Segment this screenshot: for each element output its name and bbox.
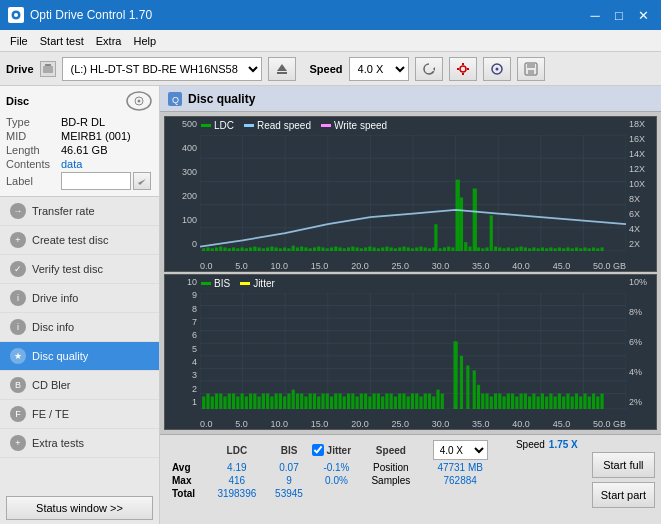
svg-rect-191 — [355, 396, 358, 409]
drive-bar: Drive (L:) HL-DT-ST BD-RE WH16NS58 TST4 … — [0, 52, 661, 86]
svg-rect-245 — [600, 394, 603, 409]
minimize-button[interactable]: ─ — [585, 8, 605, 23]
disc-quality-title: Disc quality — [188, 92, 255, 106]
x-label-0: 0.0 — [200, 261, 213, 271]
svg-rect-10 — [457, 68, 459, 70]
yr-4x: 4X — [626, 224, 656, 234]
legend-read-speed-color — [244, 124, 254, 127]
y2-label-9: 9 — [165, 290, 200, 300]
stats-total-blank1 — [361, 487, 420, 500]
nav-transfer-rate[interactable]: → Transfer rate — [0, 197, 159, 226]
legend-write-speed-label: Write speed — [334, 120, 387, 131]
svg-rect-9 — [462, 73, 464, 75]
y2-label-3: 3 — [165, 370, 200, 380]
legend-write-speed: Write speed — [321, 120, 387, 131]
nav-cd-bler[interactable]: B CD Bler — [0, 371, 159, 400]
menu-extra[interactable]: Extra — [90, 34, 128, 48]
stats-avg-bis: 0.07 — [266, 461, 311, 474]
app-icon — [8, 7, 24, 23]
start-part-button[interactable]: Start part — [592, 482, 655, 508]
legend-bis-label: BIS — [214, 278, 230, 289]
stats-max-jitter: 0.0% — [312, 474, 362, 487]
nav-create-test-disc[interactable]: + Create test disc — [0, 226, 159, 255]
disc-label-input[interactable] — [61, 172, 131, 190]
chart-bis: BIS Jitter 10 9 8 7 6 5 4 3 — [164, 274, 657, 430]
svg-rect-158 — [215, 394, 218, 409]
disc-button[interactable] — [483, 57, 511, 81]
title-bar: Opti Drive Control 1.70 ─ □ ✕ — [0, 0, 661, 30]
disc-type-row: Type BD-R DL — [6, 116, 153, 128]
refresh-button[interactable] — [415, 57, 443, 81]
svg-rect-174 — [283, 396, 286, 409]
disc-contents-value: data — [61, 158, 82, 170]
drive-select[interactable]: (L:) HL-DT-ST BD-RE WH16NS58 TST4 — [62, 57, 262, 81]
nav-extra-tests-label: Extra tests — [32, 437, 84, 449]
speed-select-stats[interactable]: 4.0 X — [433, 440, 488, 460]
yr2-10: 10% — [626, 277, 656, 287]
fe-te-icon: F — [10, 406, 26, 422]
disc-label-btn[interactable] — [133, 172, 151, 190]
col-header-bis: BIS — [266, 439, 311, 461]
svg-rect-225 — [515, 396, 518, 409]
chart2-x-axis: 0.0 5.0 10.0 15.0 20.0 25.0 30.0 35.0 40… — [200, 409, 626, 429]
svg-rect-87 — [460, 197, 463, 251]
svg-rect-169 — [262, 394, 265, 409]
svg-rect-214 — [466, 366, 469, 410]
x-label-30: 30.0 — [432, 261, 450, 271]
y-label-100: 100 — [165, 215, 200, 225]
svg-rect-195 — [373, 394, 376, 409]
create-test-disc-icon: + — [10, 232, 26, 248]
nav-fe-te[interactable]: F FE / TE — [0, 400, 159, 429]
svg-rect-8 — [462, 63, 464, 65]
svg-rect-163 — [236, 396, 239, 409]
menu-help[interactable]: Help — [127, 34, 162, 48]
maximize-button[interactable]: □ — [609, 8, 629, 23]
svg-rect-211 — [441, 394, 444, 409]
nav-verify-test-disc[interactable]: ✓ Verify test disc — [0, 255, 159, 284]
svg-rect-215 — [473, 370, 476, 409]
nav-disc-quality[interactable]: ★ Disc quality — [0, 342, 159, 371]
nav-extra-tests[interactable]: + Extra tests — [0, 429, 159, 458]
svg-rect-11 — [467, 68, 469, 70]
status-window-button[interactable]: Status window >> — [6, 496, 153, 520]
stats-max-label: Max — [168, 474, 207, 487]
svg-rect-165 — [245, 396, 248, 409]
eject-button[interactable] — [268, 57, 296, 81]
chart2-y-axis-left: 10 9 8 7 6 5 4 3 2 1 — [165, 275, 200, 409]
stats-avg-ldc: 4.19 — [207, 461, 266, 474]
stats-max-ldc: 416 — [207, 474, 266, 487]
jitter-checkbox[interactable] — [312, 444, 324, 456]
main-layout: Disc Type BD-R DL MID MEIRB1 (001) Lengt… — [0, 86, 661, 524]
disc-quality-icon: ★ — [10, 348, 26, 364]
speed-select[interactable]: 4.0 X — [349, 57, 409, 81]
x-label-15: 15.0 — [311, 261, 329, 271]
nav-fe-te-label: FE / TE — [32, 408, 69, 420]
svg-rect-202 — [402, 394, 405, 409]
nav-drive-info[interactable]: i Drive info — [0, 284, 159, 313]
svg-rect-157 — [211, 396, 214, 409]
chart2-y-axis-right: 10% 8% 6% 4% 2% — [626, 275, 656, 409]
disc-length-value: 46.61 GB — [61, 144, 107, 156]
x-label-25: 25.0 — [391, 261, 409, 271]
stats-avg-label: Avg — [168, 461, 207, 474]
nav-disc-quality-label: Disc quality — [32, 350, 88, 362]
y-label-500: 500 — [165, 119, 200, 129]
drive-icon — [40, 61, 56, 77]
save-button[interactable] — [517, 57, 545, 81]
chart1-legend: LDC Read speed Write speed — [201, 120, 387, 131]
close-button[interactable]: ✕ — [633, 8, 653, 23]
chart2-legend: BIS Jitter — [201, 278, 275, 289]
yr2-2: 2% — [626, 397, 656, 407]
menu-start-test[interactable]: Start test — [34, 34, 90, 48]
settings-button[interactable] — [449, 57, 477, 81]
svg-rect-224 — [511, 394, 514, 409]
drive-info-icon: i — [10, 290, 26, 306]
svg-point-19 — [138, 100, 141, 103]
start-full-button[interactable]: Start full — [592, 452, 655, 478]
svg-rect-236 — [562, 396, 565, 409]
nav-disc-info[interactable]: i Disc info — [0, 313, 159, 342]
menu-file[interactable]: File — [4, 34, 34, 48]
svg-rect-208 — [428, 394, 431, 409]
svg-rect-88 — [473, 189, 477, 251]
svg-rect-156 — [206, 394, 209, 409]
